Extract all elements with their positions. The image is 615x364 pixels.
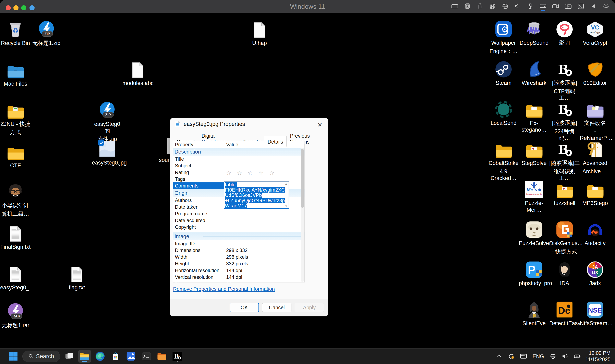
- property-row-copyright[interactable]: Copyright: [173, 224, 304, 230]
- speaker-icon[interactable]: [514, 3, 522, 10]
- language-indicator[interactable]: ENG: [532, 353, 545, 360]
- property-row-rating[interactable]: Rating☆ ☆ ☆ ☆ ☆: [173, 169, 304, 176]
- desktop-icon-easysteg0-zip[interactable]: ZIPeasySteg0的附件.zip: [92, 99, 122, 143]
- desktop-icon-diskgenius[interactable]: DiskGenius…- 快捷方式: [549, 218, 580, 255]
- clock[interactable]: 12:00 PM11/15/2025: [586, 350, 611, 363]
- desktop-icon-localsend[interactable]: LocalSend: [488, 98, 519, 127]
- chip-icon[interactable]: [464, 3, 471, 10]
- keyboard-icon[interactable]: [451, 3, 458, 10]
- property-row-height[interactable]: Height332 pixels: [173, 260, 304, 267]
- desktop-icon-f5-stegano[interactable]: F5-stegano…: [519, 98, 549, 133]
- desktop-icon-deepsound[interactable]: DeepSound: [519, 18, 549, 46]
- camera-icon[interactable]: [552, 3, 559, 10]
- property-row-vertical-resolution[interactable]: Vertical resolution144 dpi: [173, 274, 304, 280]
- desktop-icon-ntfsstream[interactable]: NSENtfsStream…: [580, 298, 610, 327]
- column-property[interactable]: Property: [175, 142, 193, 147]
- desktop-icon-item[interactable]: B[随波逐流]二维码识别工…: [549, 138, 580, 182]
- desktop-icon-ctf[interactable]: B[随波逐流]CTF编码工…: [549, 58, 580, 102]
- desktop-icon-mac-files[interactable]: Mac Files: [0, 59, 31, 87]
- desktop-icon-puzzlesolver[interactable]: PuzzleSolver: [519, 218, 549, 247]
- desktop-icon-224[interactable]: B[随波逐流]224种编码…: [549, 98, 580, 142]
- desktop-icon-item[interactable]: 小黑课堂计算机二级…: [0, 180, 31, 217]
- taskbar-explorer-button[interactable]: [78, 350, 91, 363]
- column-value[interactable]: Value: [226, 142, 238, 147]
- taskbar-start-button[interactable]: [7, 350, 20, 363]
- touch-keyboard-icon[interactable]: [519, 352, 528, 360]
- desktop-icon-1-zip[interactable]: ZIP无标题1.zip: [31, 18, 62, 47]
- folder-share-icon[interactable]: [564, 3, 572, 10]
- desktop-icon-finalsign-txt[interactable]: FinalSign.txt: [0, 222, 31, 250]
- remove-properties-link[interactable]: Remove Properties and Personal Informati…: [173, 286, 275, 292]
- property-row-width[interactable]: Width298 pixels: [173, 254, 304, 260]
- property-row-dimensions[interactable]: Dimensions298 x 332: [173, 247, 304, 254]
- scrollbar-thumb[interactable]: [301, 149, 304, 208]
- taskbar-edge-button[interactable]: [94, 350, 106, 363]
- apply-button[interactable]: Apply: [295, 303, 324, 312]
- globe-icon[interactable]: [501, 3, 509, 10]
- taskbar-store-button[interactable]: [109, 350, 122, 363]
- desktop-icon-advanced-archive[interactable]: AdvancedArchive …: [580, 138, 610, 175]
- desktop-icon-1-rar[interactable]: RAR无标题1.rar: [0, 300, 31, 329]
- dialog-close-icon[interactable]: ✕: [316, 121, 324, 128]
- desktop-icon-010editor[interactable]: 010Editor: [580, 58, 610, 86]
- sync-icon[interactable]: [507, 352, 515, 360]
- desktop-icon-renamerp[interactable]: 文件改名-ReNamerP…: [580, 98, 610, 142]
- desktop-icon-modules-abc[interactable]: modules.abc: [122, 58, 153, 87]
- property-row-subject[interactable]: Subject: [173, 162, 304, 169]
- desktop-icon-veracrypt[interactable]: VCVeraCryptVeraCrypt: [580, 18, 610, 46]
- taskbar-files-orange-button[interactable]: [156, 350, 168, 363]
- battery-icon[interactable]: [573, 352, 581, 360]
- property-row-title[interactable]: Title: [173, 156, 304, 162]
- comments-edit-box[interactable]: table:FI0EHKRkclAYN/xvgim2XCUdSf8O6osJVP…: [224, 182, 289, 209]
- desktop-icon-zjnu[interactable]: ZJNU - 快捷方式: [0, 99, 31, 136]
- desktop-icon-cobaltstrike-4-9-cracked[interactable]: CobaltStrike4.9 Cracked…: [488, 138, 519, 182]
- desktop-icon-silenteye[interactable]: SilentEye: [519, 298, 549, 327]
- taskbar-terminal-button[interactable]: [140, 350, 153, 363]
- desktop-icon-flag-txt[interactable]: flag.txt: [62, 262, 92, 291]
- taskbar-task-view-button[interactable]: [63, 350, 76, 363]
- taskbar-bc-tool-button[interactable]: B: [171, 350, 184, 363]
- desktop-icon-stegsolve[interactable]: StegSolve: [519, 138, 549, 167]
- desktop-icon-ida[interactable]: IDA: [549, 258, 580, 287]
- property-row-program-name[interactable]: Program name: [173, 210, 304, 217]
- desktop-icon-wallpaper-engine[interactable]: ⚙WallpaperEngine：…: [488, 18, 519, 55]
- desktop-icon-phpstudy-pro[interactable]: Pphpstudy_pro: [519, 258, 549, 287]
- desktop-icon-recycle-bin[interactable]: ♻Recycle Bin: [0, 18, 31, 47]
- desktop-icon-mp3stego[interactable]: MP3Stego: [580, 178, 610, 207]
- desktop-icon-item[interactable]: 影刀: [549, 18, 580, 46]
- property-row-date-acquired[interactable]: Date acquired: [173, 217, 304, 224]
- desktop-icon-puzzle-mer[interactable]: Me rakhacking securityPuzzle-Mer…: [519, 178, 549, 213]
- desktop-icon-easysteg0[interactable]: easySteg0_…: [0, 262, 31, 291]
- desktop-icon-jadx[interactable]: JADXJadx: [580, 258, 610, 287]
- desktop-icon-easysteg0-jpg[interactable]: easySteg0.jpg: [92, 137, 122, 166]
- chevron-up-icon[interactable]: [495, 352, 503, 360]
- property-row-image-id[interactable]: Image ID: [173, 240, 304, 247]
- globe-offline-icon[interactable]: [549, 352, 557, 360]
- listview-scrollbar[interactable]: [301, 148, 304, 282]
- gear-icon[interactable]: [602, 3, 610, 10]
- desktop-icon-detectiteasy[interactable]: DeDetectItEasy: [549, 298, 580, 327]
- back-triangle-icon[interactable]: [590, 3, 597, 10]
- cancel-button[interactable]: Cancel: [262, 303, 291, 312]
- harddisk-icon[interactable]: [539, 3, 547, 10]
- terminal-icon[interactable]: [577, 3, 585, 10]
- dialog-titlebar[interactable]: easySteg0.jpg Properties: [170, 118, 328, 130]
- mic-icon[interactable]: [527, 3, 534, 10]
- property-row-horizontal-resolution[interactable]: Horizontal resolution144 dpi: [173, 267, 304, 274]
- usb-icon[interactable]: [476, 3, 484, 10]
- ok-button[interactable]: OK: [230, 303, 259, 312]
- desktop-icon-ctf[interactable]: CTF: [0, 140, 31, 169]
- taskbar-photos-button[interactable]: [125, 350, 137, 363]
- desktop-icon-audacity[interactable]: Audacity: [580, 218, 610, 247]
- globe-off-icon[interactable]: [489, 3, 496, 10]
- rating-stars[interactable]: ☆ ☆ ☆ ☆ ☆: [226, 169, 276, 176]
- desktop-icon-u-hap[interactable]: U.hap: [244, 18, 275, 47]
- desktop-icon-steam[interactable]: Steam: [488, 58, 519, 86]
- desktop-icon-fuzzshell[interactable]: fuzzshell: [549, 178, 580, 207]
- comments-scroll-arrows[interactable]: ▲▼: [284, 182, 288, 208]
- volume-icon[interactable]: [561, 352, 569, 360]
- tab-details[interactable]: Details: [264, 136, 287, 147]
- property-row-bit-depth[interactable]: Bit depth24: [173, 280, 304, 283]
- taskbar-search[interactable]: Search: [22, 351, 60, 362]
- desktop-icon-wireshark[interactable]: Wireshark: [519, 58, 549, 86]
